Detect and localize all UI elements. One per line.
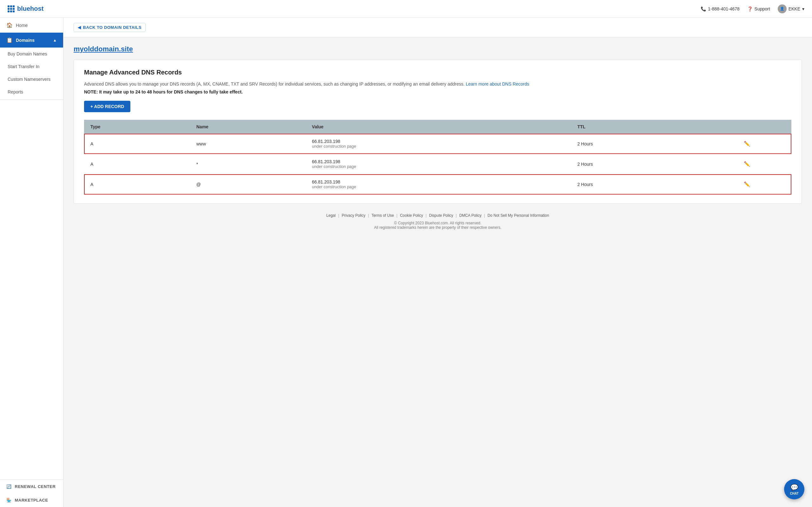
cell-value: 66.81.203.198 under construction page [305,134,571,154]
table-row: A * 66.81.203.198 under construction pag… [84,154,792,174]
sidebar-top: 🏠 Home 📋 Domains ▲ Buy Domain Names Star… [0,18,63,101]
edit-icon[interactable]: ✏️ [744,181,750,187]
add-record-button[interactable]: + ADD RECORD [84,101,131,112]
col-actions [703,120,792,134]
renewal-label: RENEWAL CENTER [15,484,56,489]
footer-separator: | [338,213,339,218]
chat-button[interactable]: 💬 CHAT [784,479,804,499]
sidebar-item-start-transfer[interactable]: Start Transfer In [0,60,63,73]
sidebar-item-domains[interactable]: 📋 Domains ▲ [0,33,63,48]
cell-value: 66.81.203.198 under construction page [305,174,571,194]
chevron-down-icon: ▾ [802,6,804,11]
col-type: Type [84,120,190,134]
sidebar-divider [0,100,63,100]
col-ttl: TTL [571,120,703,134]
dns-card-title: Manage Advanced DNS Records [84,69,792,76]
sidebar-item-home[interactable]: 🏠 Home [0,18,63,33]
edit-icon[interactable]: ✏️ [744,141,750,147]
footer-copyright: © Copyright 2023 Bluehost.com. All right… [80,221,796,225]
sidebar-item-custom-nameservers[interactable]: Custom Nameservers [0,73,63,86]
logo-text: bluehost [17,5,44,12]
footer-link[interactable]: Dispute Policy [429,213,453,218]
logo[interactable]: bluehost [8,5,44,12]
layout: 🏠 Home 📋 Domains ▲ Buy Domain Names Star… [0,18,812,507]
back-to-domain-button[interactable]: ◀ BACK TO DOMAIN DETAILS [73,23,146,32]
support-icon: ❓ [747,6,753,11]
footer-link[interactable]: Cookie Policy [400,213,423,218]
page-content: myolddomain.site Manage Advanced DNS Rec… [63,38,812,244]
sidebar: 🏠 Home 📋 Domains ▲ Buy Domain Names Star… [0,18,63,507]
user-menu[interactable]: 👤 EKKE ▾ [778,4,804,13]
footer-separator: | [456,213,457,218]
header-right: 📞 1-888-401-4678 ❓ Support 👤 EKKE ▾ [701,4,804,13]
sidebar-item-renewal-center[interactable]: 🔄 RENEWAL CENTER [0,480,63,493]
dns-table-body: A www 66.81.203.198 under construction p… [84,134,792,194]
sidebar-item-label: Home [16,23,28,28]
footer-link[interactable]: Terms of Use [371,213,394,218]
main-content: ◀ BACK TO DOMAIN DETAILS myolddomain.sit… [63,18,812,507]
user-avatar: 👤 [778,4,786,13]
table-row: A @ 66.81.203.198 under construction pag… [84,174,792,194]
footer-trademark: All registered trademarks herein are the… [80,225,796,230]
chevron-left-icon: ◀ [78,25,81,30]
chat-icon: 💬 [791,484,798,491]
footer-link[interactable]: Do Not Sell My Personal Information [488,213,549,218]
footer-links: Legal|Privacy Policy|Terms of Use|Cookie… [80,213,796,218]
renewal-icon: 🔄 [6,484,12,489]
cell-name: www [190,134,305,154]
dns-card: Manage Advanced DNS Records Advanced DNS… [73,60,802,204]
marketplace-label: MARKETPLACE [15,498,48,503]
dns-records-table: Type Name Value TTL A www 66.81.203.198 … [84,120,792,194]
home-icon: 🏠 [6,22,13,28]
marketplace-icon: 🏪 [6,498,12,503]
footer-link[interactable]: Privacy Policy [342,213,365,218]
cell-type: A [84,174,190,194]
support-link[interactable]: ❓ Support [747,6,770,11]
table-row: A www 66.81.203.198 under construction p… [84,134,792,154]
cell-ttl: 2 Hours [571,174,703,194]
chat-label: CHAT [790,492,798,495]
domains-icon: 📋 [6,37,13,43]
cell-edit[interactable]: ✏️ [703,174,792,194]
phone-number: 📞 1-888-401-4678 [701,6,740,11]
logo-icon [8,5,14,12]
dns-card-description: Advanced DNS allows you to manage your D… [84,80,792,88]
sidebar-bottom: 🔄 RENEWAL CENTER 🏪 MARKETPLACE [0,480,63,507]
sidebar-item-marketplace[interactable]: 🏪 MARKETPLACE [0,493,63,507]
cell-ttl: 2 Hours [571,134,703,154]
cell-name: @ [190,174,305,194]
footer-link[interactable]: DMCA Policy [459,213,481,218]
cell-ttl: 2 Hours [571,154,703,174]
footer-separator: | [426,213,426,218]
phone-icon: 📞 [701,6,706,11]
dns-table-header: Type Name Value TTL [84,120,792,134]
sidebar-sub-menu: Buy Domain Names Start Transfer In Custo… [0,48,63,98]
sidebar-item-buy-domain[interactable]: Buy Domain Names [0,48,63,60]
cell-type: A [84,134,190,154]
footer-separator: | [368,213,369,218]
col-name: Name [190,120,305,134]
col-value: Value [305,120,571,134]
cell-edit[interactable]: ✏️ [703,134,792,154]
edit-icon[interactable]: ✏️ [744,161,750,167]
cell-value: 66.81.203.198 under construction page [305,154,571,174]
cell-name: * [190,154,305,174]
cell-type: A [84,154,190,174]
cell-edit[interactable]: ✏️ [703,154,792,174]
dns-note: NOTE: It may take up to 24 to 48 hours f… [84,89,792,95]
learn-more-link[interactable]: Learn more about DNS Records [466,81,529,87]
chevron-up-icon: ▲ [53,38,57,43]
footer-separator: | [397,213,397,218]
back-bar: ◀ BACK TO DOMAIN DETAILS [63,18,812,38]
footer-separator: | [484,213,485,218]
sidebar-item-label: Domains [16,38,35,43]
footer-link[interactable]: Legal [326,213,336,218]
header: bluehost 📞 1-888-401-4678 ❓ Support 👤 EK… [0,0,812,18]
sidebar-item-reports[interactable]: Reports [0,86,63,98]
domain-title[interactable]: myolddomain.site [73,45,802,53]
footer: Legal|Privacy Policy|Terms of Use|Cookie… [73,204,802,236]
